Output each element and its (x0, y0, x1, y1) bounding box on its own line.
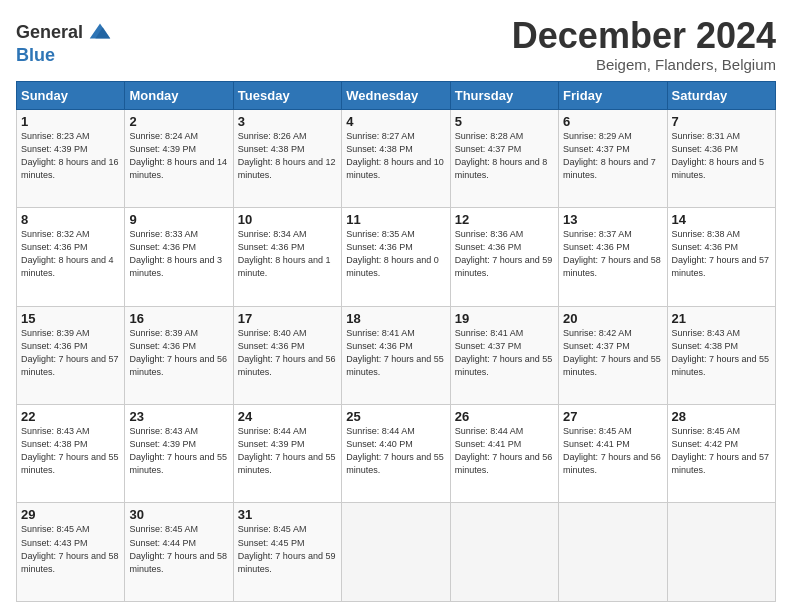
calendar-cell: 18Sunrise: 8:41 AMSunset: 4:36 PMDayligh… (342, 306, 450, 404)
calendar-cell: 21Sunrise: 8:43 AMSunset: 4:38 PMDayligh… (667, 306, 775, 404)
day-number: 31 (238, 507, 337, 522)
day-info: Sunrise: 8:41 AMSunset: 4:36 PMDaylight:… (346, 327, 445, 379)
calendar-cell: 23Sunrise: 8:43 AMSunset: 4:39 PMDayligh… (125, 405, 233, 503)
month-title: December 2024 (512, 16, 776, 56)
day-number: 27 (563, 409, 662, 424)
day-info: Sunrise: 8:26 AMSunset: 4:38 PMDaylight:… (238, 130, 337, 182)
day-number: 21 (672, 311, 771, 326)
calendar-cell: 15Sunrise: 8:39 AMSunset: 4:36 PMDayligh… (17, 306, 125, 404)
day-number: 30 (129, 507, 228, 522)
day-info: Sunrise: 8:39 AMSunset: 4:36 PMDaylight:… (129, 327, 228, 379)
calendar-cell: 31Sunrise: 8:45 AMSunset: 4:45 PMDayligh… (233, 503, 341, 602)
calendar-week-3: 15Sunrise: 8:39 AMSunset: 4:36 PMDayligh… (17, 306, 776, 404)
day-info: Sunrise: 8:33 AMSunset: 4:36 PMDaylight:… (129, 228, 228, 280)
calendar-cell: 14Sunrise: 8:38 AMSunset: 4:36 PMDayligh… (667, 208, 775, 306)
calendar-cell (559, 503, 667, 602)
header-monday: Monday (125, 81, 233, 109)
day-info: Sunrise: 8:42 AMSunset: 4:37 PMDaylight:… (563, 327, 662, 379)
calendar-cell: 12Sunrise: 8:36 AMSunset: 4:36 PMDayligh… (450, 208, 558, 306)
header-tuesday: Tuesday (233, 81, 341, 109)
calendar-cell: 20Sunrise: 8:42 AMSunset: 4:37 PMDayligh… (559, 306, 667, 404)
day-number: 23 (129, 409, 228, 424)
day-number: 16 (129, 311, 228, 326)
day-info: Sunrise: 8:24 AMSunset: 4:39 PMDaylight:… (129, 130, 228, 182)
day-info: Sunrise: 8:45 AMSunset: 4:45 PMDaylight:… (238, 523, 337, 575)
day-number: 8 (21, 212, 120, 227)
calendar-week-5: 29Sunrise: 8:45 AMSunset: 4:43 PMDayligh… (17, 503, 776, 602)
location: Beigem, Flanders, Belgium (512, 56, 776, 73)
day-number: 24 (238, 409, 337, 424)
day-number: 11 (346, 212, 445, 227)
calendar-cell: 3Sunrise: 8:26 AMSunset: 4:38 PMDaylight… (233, 109, 341, 207)
calendar-cell: 2Sunrise: 8:24 AMSunset: 4:39 PMDaylight… (125, 109, 233, 207)
day-info: Sunrise: 8:45 AMSunset: 4:43 PMDaylight:… (21, 523, 120, 575)
day-number: 2 (129, 114, 228, 129)
day-info: Sunrise: 8:44 AMSunset: 4:41 PMDaylight:… (455, 425, 554, 477)
calendar-cell: 19Sunrise: 8:41 AMSunset: 4:37 PMDayligh… (450, 306, 558, 404)
calendar-cell: 30Sunrise: 8:45 AMSunset: 4:44 PMDayligh… (125, 503, 233, 602)
day-number: 26 (455, 409, 554, 424)
title-section: December 2024 Beigem, Flanders, Belgium (512, 16, 776, 73)
day-info: Sunrise: 8:38 AMSunset: 4:36 PMDaylight:… (672, 228, 771, 280)
calendar-cell: 27Sunrise: 8:45 AMSunset: 4:41 PMDayligh… (559, 405, 667, 503)
calendar-cell: 9Sunrise: 8:33 AMSunset: 4:36 PMDaylight… (125, 208, 233, 306)
day-number: 7 (672, 114, 771, 129)
day-info: Sunrise: 8:31 AMSunset: 4:36 PMDaylight:… (672, 130, 771, 182)
header-saturday: Saturday (667, 81, 775, 109)
day-number: 25 (346, 409, 445, 424)
day-number: 28 (672, 409, 771, 424)
calendar-cell: 17Sunrise: 8:40 AMSunset: 4:36 PMDayligh… (233, 306, 341, 404)
day-number: 17 (238, 311, 337, 326)
day-info: Sunrise: 8:34 AMSunset: 4:36 PMDaylight:… (238, 228, 337, 280)
calendar-cell: 24Sunrise: 8:44 AMSunset: 4:39 PMDayligh… (233, 405, 341, 503)
day-info: Sunrise: 8:29 AMSunset: 4:37 PMDaylight:… (563, 130, 662, 182)
calendar-cell (667, 503, 775, 602)
calendar-cell (450, 503, 558, 602)
calendar-cell: 29Sunrise: 8:45 AMSunset: 4:43 PMDayligh… (17, 503, 125, 602)
day-number: 5 (455, 114, 554, 129)
day-info: Sunrise: 8:41 AMSunset: 4:37 PMDaylight:… (455, 327, 554, 379)
calendar-cell: 8Sunrise: 8:32 AMSunset: 4:36 PMDaylight… (17, 208, 125, 306)
calendar-cell: 28Sunrise: 8:45 AMSunset: 4:42 PMDayligh… (667, 405, 775, 503)
day-info: Sunrise: 8:43 AMSunset: 4:38 PMDaylight:… (672, 327, 771, 379)
day-info: Sunrise: 8:27 AMSunset: 4:38 PMDaylight:… (346, 130, 445, 182)
day-info: Sunrise: 8:39 AMSunset: 4:36 PMDaylight:… (21, 327, 120, 379)
day-info: Sunrise: 8:45 AMSunset: 4:44 PMDaylight:… (129, 523, 228, 575)
day-info: Sunrise: 8:45 AMSunset: 4:41 PMDaylight:… (563, 425, 662, 477)
day-number: 4 (346, 114, 445, 129)
day-info: Sunrise: 8:44 AMSunset: 4:39 PMDaylight:… (238, 425, 337, 477)
day-number: 13 (563, 212, 662, 227)
calendar-cell: 26Sunrise: 8:44 AMSunset: 4:41 PMDayligh… (450, 405, 558, 503)
calendar-cell: 4Sunrise: 8:27 AMSunset: 4:38 PMDaylight… (342, 109, 450, 207)
day-number: 1 (21, 114, 120, 129)
day-info: Sunrise: 8:45 AMSunset: 4:42 PMDaylight:… (672, 425, 771, 477)
day-number: 6 (563, 114, 662, 129)
day-number: 14 (672, 212, 771, 227)
logo-text-general: General (16, 23, 83, 43)
day-number: 29 (21, 507, 120, 522)
header: General Blue December 2024 Beigem, Fland… (16, 16, 776, 73)
calendar-cell (342, 503, 450, 602)
calendar-cell: 6Sunrise: 8:29 AMSunset: 4:37 PMDaylight… (559, 109, 667, 207)
day-info: Sunrise: 8:23 AMSunset: 4:39 PMDaylight:… (21, 130, 120, 182)
calendar-cell: 16Sunrise: 8:39 AMSunset: 4:36 PMDayligh… (125, 306, 233, 404)
calendar-header-row: SundayMondayTuesdayWednesdayThursdayFrid… (17, 81, 776, 109)
header-sunday: Sunday (17, 81, 125, 109)
day-number: 19 (455, 311, 554, 326)
day-info: Sunrise: 8:44 AMSunset: 4:40 PMDaylight:… (346, 425, 445, 477)
day-number: 12 (455, 212, 554, 227)
day-number: 9 (129, 212, 228, 227)
calendar-table: SundayMondayTuesdayWednesdayThursdayFrid… (16, 81, 776, 602)
day-number: 3 (238, 114, 337, 129)
day-number: 22 (21, 409, 120, 424)
calendar-cell: 11Sunrise: 8:35 AMSunset: 4:36 PMDayligh… (342, 208, 450, 306)
header-friday: Friday (559, 81, 667, 109)
header-wednesday: Wednesday (342, 81, 450, 109)
day-number: 10 (238, 212, 337, 227)
calendar-week-1: 1Sunrise: 8:23 AMSunset: 4:39 PMDaylight… (17, 109, 776, 207)
day-info: Sunrise: 8:43 AMSunset: 4:38 PMDaylight:… (21, 425, 120, 477)
day-number: 15 (21, 311, 120, 326)
day-info: Sunrise: 8:35 AMSunset: 4:36 PMDaylight:… (346, 228, 445, 280)
logo-text-blue: Blue (16, 46, 114, 66)
day-info: Sunrise: 8:32 AMSunset: 4:36 PMDaylight:… (21, 228, 120, 280)
